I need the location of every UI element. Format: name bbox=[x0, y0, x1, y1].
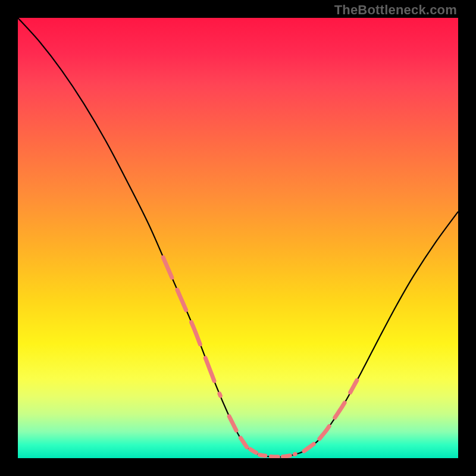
pink-dash-overlay bbox=[163, 258, 357, 457]
chart-svg bbox=[18, 18, 458, 458]
bottleneck-curve-line bbox=[18, 18, 458, 457]
watermark-text: TheBottleneck.com bbox=[334, 2, 457, 18]
chart-frame bbox=[18, 18, 458, 458]
chart-plot-area bbox=[18, 18, 458, 458]
